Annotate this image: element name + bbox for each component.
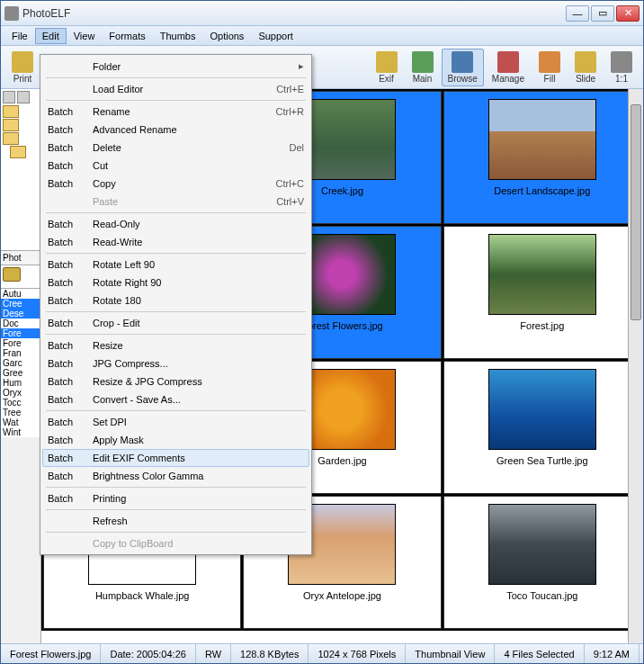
menu-item-rotate-right-90[interactable]: BatchRotate Right 90: [42, 274, 309, 292]
file-list-item[interactable]: Tocc: [1, 398, 40, 408]
menu-shortcut: Del: [259, 142, 304, 153]
menu-label: Advanced Rename: [93, 124, 259, 135]
menu-thumbs[interactable]: Thumbs: [153, 28, 203, 44]
menu-edit[interactable]: Edit: [35, 28, 67, 44]
file-list-item[interactable]: Wat: [1, 417, 40, 427]
file-list-item[interactable]: Fran: [1, 348, 40, 358]
tool-slide[interactable]: Slide: [568, 49, 603, 86]
tool-11[interactable]: 1:1: [604, 49, 639, 86]
menu-prefix: Batch: [48, 259, 93, 270]
menu-file[interactable]: File: [4, 28, 35, 44]
file-list-item[interactable]: Cree: [1, 299, 40, 309]
menu-item-advanced-rename[interactable]: BatchAdvanced Rename: [42, 121, 309, 139]
tool-exif[interactable]: Exif: [370, 49, 404, 86]
menu-item-set-dpi[interactable]: BatchSet DPI: [42, 413, 309, 431]
menu-item-folder[interactable]: Folder▸: [42, 57, 309, 76]
file-list-item[interactable]: Wint: [1, 427, 40, 437]
menu-item-rotate-left-90[interactable]: BatchRotate Left 90: [42, 256, 309, 274]
menu-item-rename[interactable]: BatchRenameCtrl+R: [42, 103, 309, 121]
menu-label: Refresh: [93, 516, 259, 526]
folder-icon[interactable]: [10, 146, 26, 158]
menu-support[interactable]: Support: [251, 28, 300, 44]
menu-prefix: Batch: [48, 340, 93, 351]
file-list-item[interactable]: Fore: [1, 338, 40, 348]
edit-menu-dropdown: Folder▸Load EditorCtrl+EBatchRenameCtrl+…: [40, 54, 312, 555]
file-list-item[interactable]: Fore: [1, 328, 40, 338]
menu-prefix: Batch: [48, 493, 93, 504]
menu-item-apply-mask[interactable]: BatchApply Mask: [42, 431, 309, 449]
menu-view[interactable]: View: [67, 28, 103, 44]
file-list-item[interactable]: Autu: [1, 289, 40, 299]
tool-manage[interactable]: Manage: [486, 49, 531, 86]
file-list-item[interactable]: Tree: [1, 408, 40, 417]
menu-item-read-only[interactable]: BatchRead-Only: [42, 215, 309, 233]
menu-separator: [46, 212, 306, 213]
menu-item-printing[interactable]: BatchPrinting: [42, 489, 309, 507]
app-icon: [4, 6, 19, 21]
thumbnail-filename: Toco Toucan.jpg: [506, 590, 577, 601]
menu-options[interactable]: Options: [202, 28, 251, 44]
thumbnail-cell[interactable]: Toco Toucan.jpg: [443, 496, 641, 629]
tool-print[interactable]: Print: [5, 49, 40, 86]
slide-icon: [575, 51, 596, 73]
thumbnail-cell[interactable]: Desert Landscape.jpg: [443, 91, 641, 224]
tool-browse[interactable]: Browse: [442, 49, 484, 86]
file-list[interactable]: AutuCreeDeseDocForeForeFranGarcGreeHumOr…: [1, 289, 40, 437]
tool-label: Browse: [448, 74, 478, 84]
menu-item-cut[interactable]: BatchCut: [42, 157, 309, 175]
scroll-thumb[interactable]: [631, 104, 641, 320]
menu-item-brightness-color-gamma[interactable]: BatchBrightness Color Gamma: [42, 467, 309, 485]
menu-item-read-write[interactable]: BatchRead-Write: [42, 233, 309, 251]
menu-item-load-editor[interactable]: Load EditorCtrl+E: [42, 80, 309, 98]
menu-item-jpg-compress-[interactable]: BatchJPG Compress...: [42, 354, 309, 372]
menu-separator: [46, 334, 306, 335]
menu-item-edit-exif-comments[interactable]: BatchEdit EXIF Comments: [42, 449, 309, 467]
menu-item-copy[interactable]: BatchCopyCtrl+C: [42, 175, 309, 193]
menu-item-crop-edit[interactable]: BatchCrop - Edit: [42, 314, 309, 332]
menu-item-delete[interactable]: BatchDeleteDel: [42, 139, 309, 157]
menu-separator: [46, 77, 306, 78]
maximize-button[interactable]: ▭: [591, 5, 614, 22]
left-panel: Phot AutuCreeDeseDocForeForeFranGarcGree…: [1, 89, 41, 643]
status-cell-1: Date: 2005:04:26: [101, 644, 195, 663]
submenu-arrow-icon: ▸: [299, 60, 304, 71]
minimize-button[interactable]: —: [566, 5, 589, 22]
menu-label: Edit EXIF Comments: [93, 453, 259, 463]
thumbnail-cell[interactable]: Forest.jpg: [443, 226, 641, 359]
thumbnail-filename: Creek.jpg: [321, 185, 363, 196]
menu-label: Cut: [93, 160, 259, 171]
folder-icon[interactable]: [3, 105, 19, 118]
file-list-item[interactable]: Hum: [1, 378, 40, 388]
tool-main[interactable]: Main: [406, 49, 440, 86]
file-list-item[interactable]: Oryx: [1, 388, 40, 398]
statusbar: Forest Flowers.jpgDate: 2005:04:26RW128.…: [1, 643, 643, 663]
exif-icon: [376, 51, 398, 73]
file-list-item[interactable]: Doc: [1, 319, 40, 328]
folder-tree[interactable]: [1, 89, 40, 251]
menu-prefix: Batch: [48, 358, 93, 369]
menu-item-convert-save-as-[interactable]: BatchConvert - Save As...: [42, 390, 309, 408]
titlebar: PhotoELF — ▭ ✕: [1, 1, 643, 26]
vertical-scrollbar[interactable]: [628, 89, 643, 643]
menu-item-rotate-180[interactable]: BatchRotate 180: [42, 292, 309, 310]
tree-toggle-icon[interactable]: [17, 91, 30, 103]
tree-toggle-icon[interactable]: [3, 91, 15, 103]
menu-formats[interactable]: Formats: [102, 28, 152, 44]
menu-item-refresh[interactable]: Refresh: [42, 512, 309, 530]
thumbnail-filename: Humpback Whale.jpg: [95, 590, 190, 601]
file-list-item[interactable]: Garc: [1, 358, 40, 368]
menu-separator: [46, 100, 306, 101]
thumbnail-cell[interactable]: Green Sea Turtle.jpg: [443, 361, 641, 494]
menu-item-resize[interactable]: BatchResize: [42, 336, 309, 354]
tool-fill[interactable]: Fill: [532, 49, 567, 86]
file-list-item[interactable]: Dese: [1, 309, 40, 319]
folder-icon[interactable]: [3, 132, 19, 145]
menu-prefix: Batch: [48, 417, 93, 427]
menu-item-resize-jpg-compress[interactable]: BatchResize & JPG Compress: [42, 372, 309, 390]
menu-label: Read-Only: [93, 219, 259, 229]
left-tab-label[interactable]: Phot: [1, 251, 40, 265]
folder-icon[interactable]: [3, 119, 19, 131]
close-button[interactable]: ✕: [616, 5, 640, 22]
menu-label: Copy: [93, 178, 259, 189]
file-list-item[interactable]: Gree: [1, 368, 40, 378]
